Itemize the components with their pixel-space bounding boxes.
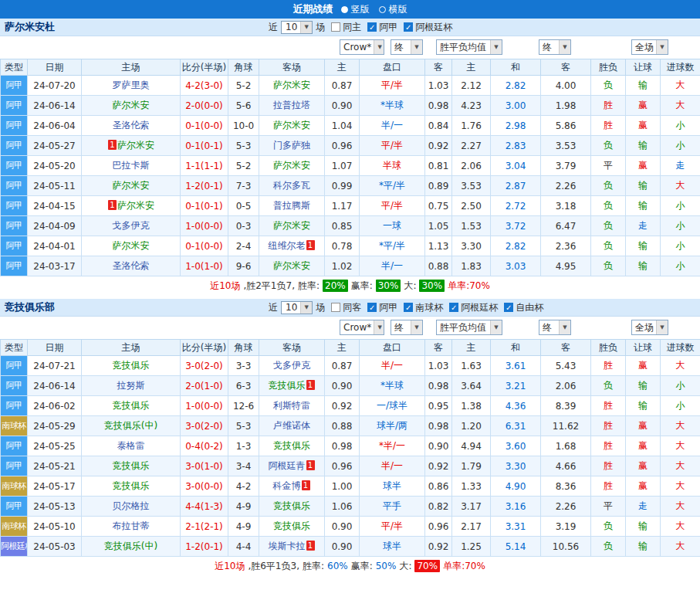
euro-home-odds: 4.94 [452,436,491,456]
match-row: 阿根廷杯24-05-03竞技俱乐(中)1-2(0-1)4-4埃斯卡拉10.90球… [1,537,700,557]
euro-away-odds: 3.19 [541,517,591,537]
result-cell: 胜 [591,116,626,136]
team-name[interactable]: 泰格雷 [117,440,145,451]
team-name[interactable]: 竞技俱乐(中) [104,420,157,431]
filter-checkbox-item[interactable]: ✓阿甲 [367,301,397,314]
column-header: 客 [425,59,452,76]
asia-away-odds: 1.05 [425,216,452,236]
avg-odds-select[interactable]: 胜平负均值▼ [436,320,502,335]
team-name[interactable]: 巴拉卡斯 [113,160,150,171]
team-name[interactable]: 布拉甘蒂 [113,520,150,531]
layout-radio-group: 竖版横版 [341,3,407,16]
match-row: 阿甲24-05-21竞技俱乐3-0(1-0)3-4阿根廷青10.96半/一0.9… [1,456,700,476]
match-period-select[interactable]: 全场▼ [631,39,668,55]
summary-asia-label: 赢率: [351,560,373,573]
euro-home-odds: 3.30 [452,236,491,256]
odds-stage-select[interactable]: 终▼ [391,320,423,335]
match-period-select[interactable]: 全场▼ [631,320,668,335]
team-name[interactable]: 戈多伊克 [273,360,310,371]
team-name[interactable]: 门多萨独 [273,140,310,151]
layout-radio-option[interactable]: 横版 [379,3,407,16]
home-team-cell: 贝尔格拉 [82,497,181,517]
team-name[interactable]: 罗萨里奥 [113,80,150,90]
asia-handicap: 一球 [360,216,425,236]
team-name[interactable]: 科金博 [273,480,301,491]
odds-company-select[interactable]: Crow*▼ [340,39,384,55]
team-name[interactable]: 萨尔米安 [273,80,310,90]
goals-result-cell: 小 [661,216,700,236]
asia-away-odds: 0.96 [425,517,452,537]
match-row: 阿甲24-05-11萨尔米安1-2(0-1)7-3科尔多瓦0.99*平/半0.8… [1,176,700,196]
match-count-select[interactable]: 10▼ [281,21,313,34]
team-name[interactable]: 竞技俱乐 [269,380,306,391]
checkbox-icon [331,303,340,312]
team-name[interactable]: 萨尔米安 [117,200,154,211]
match-date: 24-04-15 [28,196,82,216]
chevron-down-icon: ▼ [559,320,570,334]
team-name[interactable]: 卢维诺体 [273,420,310,431]
team-name[interactable]: 利斯特雷 [273,400,310,411]
team-name[interactable]: 萨尔米安 [273,120,310,131]
team-name[interactable]: 纽维尔老 [269,240,306,251]
radio-icon [379,6,386,13]
team-name[interactable]: 圣洛伦索 [113,120,150,131]
team-name[interactable]: 圣洛伦索 [113,260,150,271]
team-name[interactable]: 戈多伊克 [113,220,150,231]
team-name[interactable]: 萨尔米安 [273,260,310,271]
score: 3-0(1-0) [181,456,228,476]
team-name[interactable]: 萨尔米安 [273,220,310,231]
team-name[interactable]: 萨尔米安 [113,100,150,110]
filter-checkbox-item[interactable]: ✓阿根廷杯 [404,21,452,34]
filter-checkbox-item[interactable]: 同客 [331,301,361,314]
summary-asia-label: 赢率: [351,280,373,293]
score: 2-1(2-1) [181,517,228,537]
filter-checkbox-item[interactable]: ✓南球杯 [404,301,443,314]
home-team-cell: 1萨尔米安 [82,196,181,216]
filter-checkbox-item[interactable]: ✓自由杯 [504,301,543,314]
team-name[interactable]: 埃斯卡拉 [269,541,306,551]
red-card-badge: 1 [108,140,117,150]
column-header: 类型 [1,340,28,356]
corner-score: 0-5 [228,196,259,216]
team-name[interactable]: 萨尔米安 [113,240,150,251]
asia-away-odds: 0.92 [425,456,452,476]
team-name[interactable]: 竞技俱乐 [113,480,150,491]
filter-checkbox-label: 阿甲 [379,301,397,314]
asia-handicap: 平/半 [360,517,425,537]
filter-checkbox-item[interactable]: ✓阿根廷杯 [449,301,498,314]
team-name[interactable]: 萨尔米安 [117,140,154,151]
summary-record: ,胜2平1负7, [243,280,295,293]
team-name[interactable]: 萨尔米安 [113,180,150,191]
team-name[interactable]: 贝尔格拉 [113,500,150,511]
match-row: 阿甲24-06-02竞技俱乐1-0(0-0)12-6利斯特雷0.92一/球半0.… [1,396,700,416]
team-name[interactable]: 科尔多瓦 [273,180,310,191]
avg-odds-stage-select[interactable]: 终▼ [539,320,571,335]
team-name[interactable]: 拉普拉塔 [273,100,310,110]
avg-odds-stage-select[interactable]: 终▼ [539,39,571,55]
team-name[interactable]: 竞技俱乐 [273,520,310,531]
team-name[interactable]: 拉努斯 [117,380,145,391]
team-name[interactable]: 竞技俱乐 [113,360,150,371]
team-name[interactable]: 竞技俱乐 [113,460,150,471]
red-card-badge: 1 [108,200,117,210]
asia-handicap: *平/半 [360,236,425,256]
home-team-cell: 圣洛伦索 [82,116,181,136]
layout-radio-option[interactable]: 竖版 [341,3,370,16]
match-row: 阿甲24-06-14拉努斯2-0(1-0)6-3竞技俱乐10.90*半球0.98… [1,376,700,396]
team-name[interactable]: 竞技俱乐 [113,400,150,411]
team-name[interactable]: 竞技俱乐(中) [104,541,157,551]
result-cell: 平 [591,156,626,176]
euro-home-odds: 3.17 [452,497,491,517]
filter-checkbox-item[interactable]: ✓阿甲 [367,21,397,34]
filter-checkbox-item[interactable]: 同主 [331,21,361,34]
team-name[interactable]: 阿根廷青 [269,460,306,471]
odds-stage-select[interactable]: 终▼ [391,39,423,55]
score: 3-0(2-0) [181,416,228,436]
team-name[interactable]: 竞技俱乐 [273,500,310,511]
match-count-select[interactable]: 10▼ [281,301,313,314]
team-name[interactable]: 萨尔米安 [273,160,310,171]
team-name[interactable]: 普拉腾斯 [273,200,310,211]
avg-odds-select[interactable]: 胜平负均值▼ [436,39,502,55]
team-name[interactable]: 竞技俱乐 [273,440,310,451]
odds-company-select[interactable]: Crow*▼ [340,320,384,335]
